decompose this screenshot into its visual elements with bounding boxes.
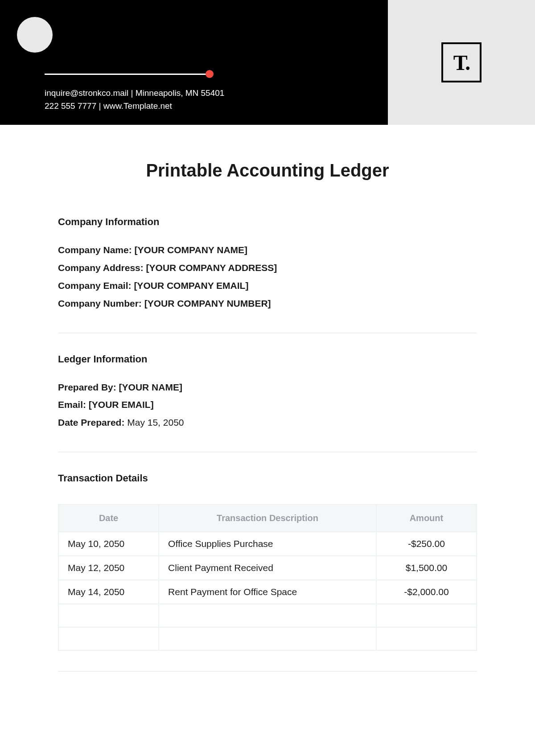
table-header-row: Date Transaction Description Amount <box>58 505 477 532</box>
table-row: May 14, 2050 Rent Payment for Office Spa… <box>58 580 477 604</box>
section-divider <box>58 333 477 333</box>
contact-line-2: 222 555 7777 | www.Template.net <box>45 100 224 113</box>
table-row: May 12, 2050 Client Payment Received $1,… <box>58 556 477 580</box>
contact-line-1: inquire@stronkco.mail | Minneapolis, MN … <box>45 87 224 100</box>
cell-date <box>58 627 159 650</box>
contact-info: inquire@stronkco.mail | Minneapolis, MN … <box>45 87 224 112</box>
prepared-by-value: [YOUR NAME] <box>119 382 182 392</box>
cell-description <box>159 627 376 650</box>
cell-amount: $1,500.00 <box>376 556 477 580</box>
company-email-value: [YOUR COMPANY EMAIL] <box>134 280 248 291</box>
date-prepared-line: Date Prepared: May 15, 2050 <box>58 414 477 431</box>
table-row: May 10, 2050 Office Supplies Purchase -$… <box>58 532 477 556</box>
cell-description: Rent Payment for Office Space <box>159 580 376 604</box>
company-number-value: [YOUR COMPANY NUMBER] <box>144 298 271 308</box>
company-address-label: Company Address: <box>58 263 146 273</box>
document-title: Printable Accounting Ledger <box>58 160 477 181</box>
section-divider <box>58 452 477 452</box>
logo-text: T. <box>453 50 469 75</box>
page-header: inquire@stronkco.mail | Minneapolis, MN … <box>0 0 535 125</box>
section-divider <box>58 671 477 672</box>
ledger-email-line: Email: [YOUR EMAIL] <box>58 396 477 414</box>
cell-date: May 12, 2050 <box>58 556 159 580</box>
ledger-information-section: Ledger Information Prepared By: [YOUR NA… <box>58 353 477 432</box>
transactions-table: Date Transaction Description Amount May … <box>58 504 477 651</box>
company-information-section: Company Information Company Name: [YOUR … <box>58 216 477 312</box>
document-body: Printable Accounting Ledger Company Info… <box>0 125 535 672</box>
ledger-info-heading: Ledger Information <box>58 353 477 365</box>
company-name-label: Company Name: <box>58 245 135 255</box>
prepared-by-label: Prepared By: <box>58 382 119 392</box>
cell-date: May 14, 2050 <box>58 580 159 604</box>
column-header-amount: Amount <box>376 505 477 532</box>
company-number-line: Company Number: [YOUR COMPANY NUMBER] <box>58 295 477 312</box>
cell-amount <box>376 604 477 627</box>
company-address-line: Company Address: [YOUR COMPANY ADDRESS] <box>58 259 477 277</box>
circle-icon <box>17 17 53 53</box>
template-logo-icon: T. <box>441 42 482 82</box>
cell-date <box>58 604 159 627</box>
company-name-value: [YOUR COMPANY NAME] <box>135 245 248 255</box>
ledger-email-value: [YOUR EMAIL] <box>89 399 154 410</box>
header-gray-panel: T. <box>388 0 535 125</box>
company-email-label: Company Email: <box>58 280 134 291</box>
column-header-date: Date <box>58 505 159 532</box>
company-address-value: [YOUR COMPANY ADDRESS] <box>146 263 277 273</box>
cell-amount: -$250.00 <box>376 532 477 556</box>
table-row <box>58 627 477 650</box>
table-row <box>58 604 477 627</box>
cell-amount: -$2,000.00 <box>376 580 477 604</box>
transaction-details-heading: Transaction Details <box>58 472 477 484</box>
date-prepared-label: Date Prepared: <box>58 417 127 427</box>
cell-amount <box>376 627 477 650</box>
column-header-description: Transaction Description <box>159 505 376 532</box>
cell-description <box>159 604 376 627</box>
cell-date: May 10, 2050 <box>58 532 159 556</box>
company-name-line: Company Name: [YOUR COMPANY NAME] <box>58 241 477 259</box>
date-prepared-value: May 15, 2050 <box>127 417 184 427</box>
cell-description: Client Payment Received <box>159 556 376 580</box>
company-email-line: Company Email: [YOUR COMPANY EMAIL] <box>58 277 477 295</box>
transaction-details-section: Transaction Details Date Transaction Des… <box>58 472 477 651</box>
ledger-email-label: Email: <box>58 399 89 410</box>
header-black-panel: inquire@stronkco.mail | Minneapolis, MN … <box>0 0 388 125</box>
prepared-by-line: Prepared By: [YOUR NAME] <box>58 378 477 396</box>
divider-line-dot-icon <box>45 74 210 75</box>
company-number-label: Company Number: <box>58 298 144 308</box>
company-info-heading: Company Information <box>58 216 477 228</box>
cell-description: Office Supplies Purchase <box>159 532 376 556</box>
